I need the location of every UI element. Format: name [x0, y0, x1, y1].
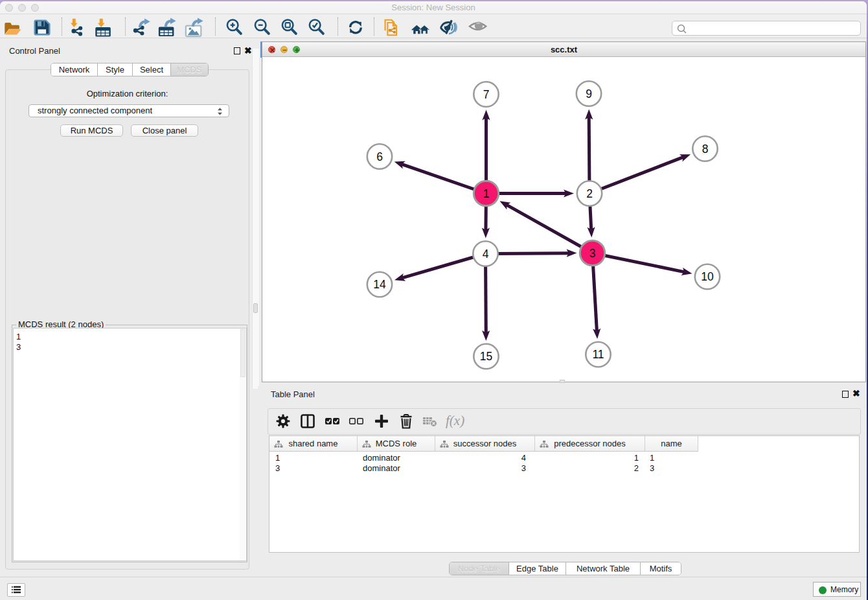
svg-text:2: 2: [586, 187, 593, 200]
svg-text:8: 8: [702, 143, 709, 156]
svg-text:6: 6: [376, 150, 383, 163]
svg-text:10: 10: [701, 270, 714, 283]
svg-text:9: 9: [586, 87, 592, 100]
svg-text:15: 15: [480, 350, 492, 363]
svg-text:7: 7: [483, 88, 490, 101]
svg-text:4: 4: [483, 248, 489, 260]
svg-text:14: 14: [373, 278, 386, 291]
svg-text:3: 3: [589, 247, 596, 260]
svg-text:11: 11: [592, 348, 604, 361]
svg-text:1: 1: [483, 187, 490, 200]
svg-text:f(x): f(x): [446, 413, 464, 428]
